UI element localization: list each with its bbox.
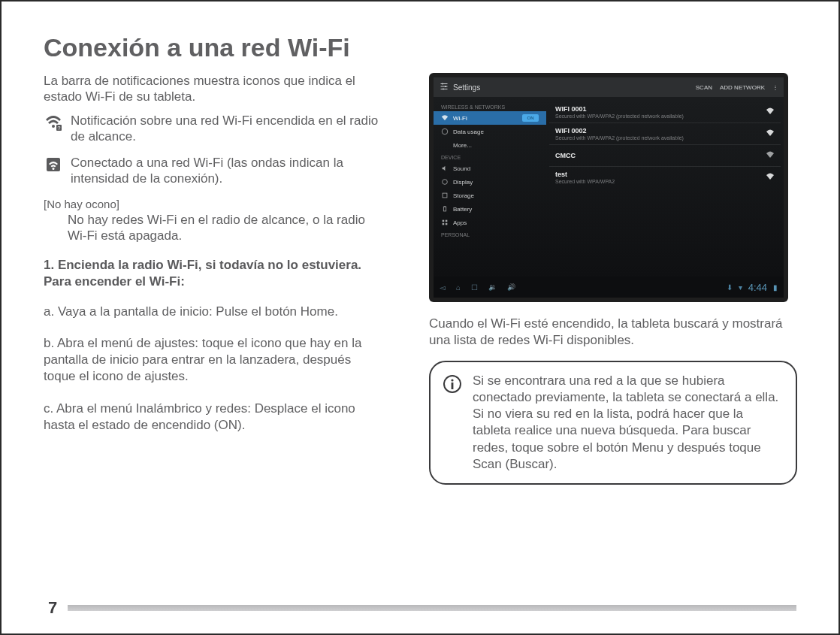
no-icon-text: No hay redes Wi-Fi en el radio de alcanc… bbox=[68, 212, 385, 244]
network-security: Secured with WPA/WPA2 (protected network… bbox=[555, 113, 684, 119]
svg-point-8 bbox=[442, 83, 443, 85]
wifi-network-list: WIFI 0001 Secured with WPA/WPA2 (protect… bbox=[546, 97, 784, 277]
svg-rect-19 bbox=[446, 223, 448, 225]
step-heading: 1. Encienda la radio Wi-Fi, si todavía n… bbox=[44, 257, 385, 290]
page-number: 7 bbox=[44, 605, 68, 611]
sidebar-apps-label: Apps bbox=[453, 219, 467, 226]
icon-text-connected: Conectado a una red Wi-Fi (las ondas ind… bbox=[71, 155, 385, 187]
no-icon-label: [No hay ocono] bbox=[44, 198, 385, 210]
network-name: WIFI 0002 bbox=[555, 127, 684, 135]
back-icon[interactable]: ◅ bbox=[440, 283, 446, 292]
wifi-toggle[interactable]: ON bbox=[522, 114, 539, 122]
recent-icon[interactable]: ☐ bbox=[471, 283, 478, 292]
settings-body: WIRELESS & NETWORKS Wi-Fi ON Data bbox=[434, 97, 784, 277]
section-personal: PERSONAL bbox=[434, 229, 546, 239]
network-name: test bbox=[555, 171, 615, 178]
svg-rect-5 bbox=[441, 83, 448, 84]
tablet-screenshot: Settings SCAN ADD NETWORK ⋮ WIRELESS & N… bbox=[429, 73, 788, 302]
intro-text: La barra de notificaciones muestra icono… bbox=[44, 73, 385, 105]
icon-row-connected: Conectado a una red Wi-Fi (las ondas ind… bbox=[44, 155, 385, 187]
sidebar-item-storage[interactable]: Storage bbox=[434, 189, 546, 202]
svg-rect-13 bbox=[443, 193, 447, 198]
display-icon bbox=[441, 178, 449, 186]
section-device: DEVICE bbox=[434, 152, 546, 162]
sidebar-item-more[interactable]: More... bbox=[434, 138, 546, 152]
info-callout: Si se encontrara una red a la que se hub… bbox=[429, 361, 797, 485]
network-row[interactable]: CMCC bbox=[549, 145, 781, 167]
scan-action[interactable]: SCAN bbox=[696, 84, 712, 91]
home-icon[interactable]: ⌂ bbox=[456, 283, 461, 292]
icon-row-in-range: ? Notificación sobre una red Wi-Fi encen… bbox=[44, 113, 385, 145]
footer-rule: 7 bbox=[44, 605, 796, 611]
network-name: WIFI 0001 bbox=[555, 105, 684, 113]
settings-action-bar: Settings SCAN ADD NETWORK ⋮ bbox=[434, 77, 784, 97]
sidebar-item-data-usage[interactable]: Data usage bbox=[434, 125, 546, 138]
svg-rect-6 bbox=[441, 86, 448, 87]
signal-icon bbox=[766, 105, 775, 119]
two-column-layout: La barra de notificaciones muestra icono… bbox=[44, 73, 796, 485]
device-screen: Settings SCAN ADD NETWORK ⋮ WIRELESS & N… bbox=[434, 77, 784, 298]
svg-point-10 bbox=[443, 89, 444, 90]
svg-text:?: ? bbox=[58, 125, 61, 130]
status-clock: 4:44 bbox=[748, 282, 767, 293]
sidebar-item-battery[interactable]: Battery bbox=[434, 202, 546, 216]
battery-icon bbox=[441, 205, 449, 213]
svg-rect-18 bbox=[443, 223, 445, 225]
download-icon: ⬇ bbox=[727, 283, 733, 292]
network-row[interactable]: test Secured with WPA/WPA2 bbox=[549, 167, 781, 188]
vol-up-icon[interactable]: 🔊 bbox=[507, 283, 515, 291]
sidebar-item-sound[interactable]: Sound bbox=[434, 162, 546, 175]
svg-point-12 bbox=[443, 180, 448, 185]
step-c: c. Abra el menú Inalámbrico y redes: Des… bbox=[44, 401, 385, 434]
battery-status-icon: ▮ bbox=[773, 283, 778, 292]
wifi-icon bbox=[441, 114, 449, 122]
svg-rect-17 bbox=[446, 220, 448, 222]
overflow-menu-icon[interactable]: ⋮ bbox=[772, 84, 778, 91]
svg-rect-14 bbox=[443, 207, 446, 211]
icon-text-in-range: Notificación sobre una red Wi-Fi encendi… bbox=[71, 113, 385, 145]
svg-rect-16 bbox=[443, 220, 445, 222]
sidebar-storage-label: Storage bbox=[453, 192, 474, 199]
info-line-1: Si se encontrara una red a la que se hub… bbox=[473, 373, 781, 406]
sidebar-item-display[interactable]: Display bbox=[434, 175, 546, 189]
storage-icon bbox=[441, 192, 449, 199]
sidebar-sound-label: Sound bbox=[453, 165, 470, 172]
wifi-status-icon: ▾ bbox=[739, 283, 742, 292]
system-nav-bar: ◅ ⌂ ☐ 🔉 🔊 ⬇ ▾ 4:44 ▮ bbox=[434, 277, 784, 298]
page-footer: 7 bbox=[44, 605, 796, 611]
svg-point-21 bbox=[451, 379, 453, 382]
wifi-in-range-icon: ? bbox=[44, 113, 63, 132]
vol-down-icon[interactable]: 🔉 bbox=[488, 283, 497, 291]
manual-page: Conexión a una red Wi-Fi La barra de not… bbox=[0, 0, 840, 635]
svg-rect-15 bbox=[444, 206, 446, 207]
settings-title: Settings bbox=[453, 83, 480, 92]
sidebar-display-label: Display bbox=[453, 179, 473, 186]
network-row[interactable]: WIFI 0001 Secured with WPA/WPA2 (protect… bbox=[549, 101, 781, 123]
sound-icon bbox=[441, 165, 449, 172]
sliders-icon bbox=[440, 82, 449, 92]
signal-icon bbox=[766, 127, 775, 141]
network-security: Secured with WPA/WPA2 (protected network… bbox=[555, 135, 684, 141]
svg-point-11 bbox=[442, 129, 448, 135]
sidebar-wifi-label: Wi-Fi bbox=[453, 115, 467, 122]
signal-icon bbox=[766, 149, 775, 162]
add-network-action[interactable]: ADD NETWORK bbox=[720, 84, 765, 91]
info-text: Si se encontrara una red a la que se hub… bbox=[473, 373, 781, 473]
step-b: b. Abra el menú de ajustes: toque el ico… bbox=[44, 335, 385, 385]
network-security: Secured with WPA/WPA2 bbox=[555, 179, 615, 184]
right-paragraph: Cuando el Wi-Fi esté encendido, la table… bbox=[429, 316, 797, 349]
step-a: a. Vaya a la pantalla de inicio: Pulse e… bbox=[44, 304, 385, 320]
column-left: La barra de notificaciones muestra icono… bbox=[44, 73, 385, 485]
svg-point-0 bbox=[52, 125, 55, 128]
page-title: Conexión a una red Wi-Fi bbox=[44, 33, 796, 62]
network-name: CMCC bbox=[555, 152, 576, 159]
network-row[interactable]: WIFI 0002 Secured with WPA/WPA2 (protect… bbox=[549, 123, 781, 145]
settings-sidebar: WIRELESS & NETWORKS Wi-Fi ON Data bbox=[434, 97, 546, 277]
sidebar-item-wifi[interactable]: Wi-Fi ON bbox=[434, 111, 546, 125]
settings-top-left: Settings bbox=[440, 82, 480, 92]
sidebar-item-apps[interactable]: Apps bbox=[434, 216, 546, 229]
blank-icon bbox=[441, 141, 449, 149]
info-icon bbox=[443, 374, 462, 394]
sidebar-more-label: More... bbox=[453, 142, 472, 149]
apps-icon bbox=[441, 219, 449, 226]
